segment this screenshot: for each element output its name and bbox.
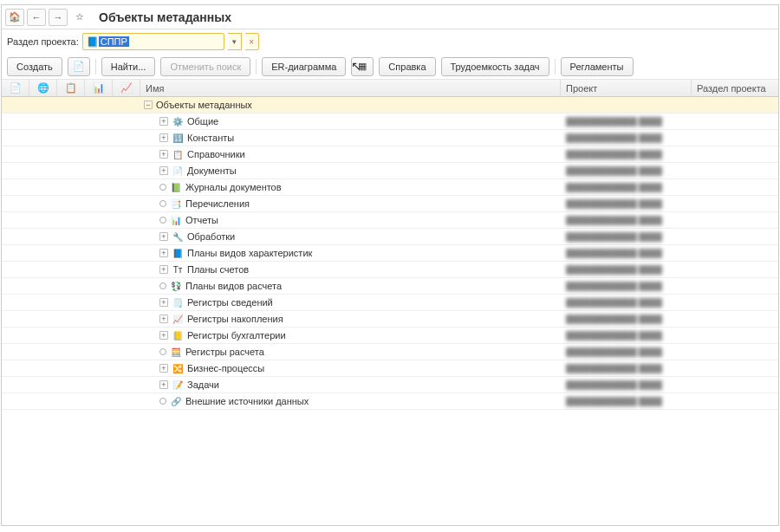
project-value: ████████████ ████ — [566, 133, 662, 143]
col-project[interactable]: Проект — [561, 80, 692, 96]
type-icon: 📗 — [170, 181, 182, 193]
er-diagram-button[interactable]: ER-диаграмма — [262, 57, 346, 76]
help-button[interactable]: Справка — [379, 57, 435, 76]
favorite-icon[interactable]: ☆ — [70, 9, 89, 26]
tree-row[interactable]: 📒Регистры бухгалтерии████████████ ████ — [2, 328, 778, 344]
row-label: Константы — [187, 133, 234, 143]
col-name[interactable]: Имя — [140, 80, 561, 96]
filter-row: Раздел проекта: 📘 СППР ▼ × — [2, 29, 778, 54]
tree-row[interactable]: 🔗Внешние источники данных████████████ ██… — [2, 393, 778, 410]
type-icon: 📑 — [170, 198, 182, 210]
type-icon: 📒 — [172, 329, 184, 341]
page-title: Объекты метаданных — [99, 10, 231, 24]
col-icon-1[interactable]: 📄 — [2, 80, 29, 96]
tree-root-row[interactable]: Объекты метаданных — [2, 97, 778, 114]
col-icon-3[interactable]: 📋 — [57, 80, 85, 96]
tree-row[interactable]: 🗒️Регистры сведений████████████ ████ — [2, 295, 778, 311]
reglaments-button[interactable]: Регламенты — [561, 57, 634, 76]
tree-row[interactable]: 📊Отчеты████████████ ████ — [2, 212, 778, 229]
tree-row[interactable]: 📗Журналы документов████████████ ████ — [2, 179, 778, 196]
copy-button[interactable]: 📄 — [68, 57, 90, 76]
tree-row[interactable]: 💱Планы видов расчета████████████ ████ — [2, 278, 778, 295]
col-icon-2[interactable]: 🌐 — [29, 80, 57, 96]
row-label: Планы счетов — [187, 264, 249, 275]
col-section[interactable]: Раздел проекта — [692, 80, 778, 96]
create-button[interactable]: Создать — [7, 57, 62, 76]
project-value: ████████████ ████ — [566, 117, 662, 127]
toolbar: Создать 📄 Найти... Отменить поиск ER-диа… — [2, 54, 778, 80]
expand-icon[interactable] — [159, 166, 168, 175]
expand-icon[interactable] — [159, 380, 168, 389]
tree-row[interactable]: 📋Справочники████████████ ████ — [2, 146, 778, 163]
expand-icon[interactable] — [159, 265, 168, 274]
type-icon: 🔗 — [170, 395, 182, 407]
project-value: ████████████ ████ — [566, 216, 662, 225]
labor-button[interactable]: Трудоемкость задач — [441, 57, 549, 76]
root-label: Объекты метаданных — [156, 100, 252, 110]
row-label: Обработки — [187, 231, 235, 242]
expand-icon[interactable] — [159, 200, 166, 207]
home-button[interactable]: 🏠 — [5, 9, 24, 26]
filter-label: Раздел проекта: — [7, 36, 79, 47]
tree-row[interactable]: ⚙️Общие████████████ ████ — [2, 114, 778, 130]
row-label: Планы видов расчета — [185, 281, 282, 291]
type-icon: 📄 — [172, 165, 184, 177]
expand-icon[interactable] — [159, 282, 166, 289]
row-label: Справочники — [187, 149, 245, 159]
expand-icon[interactable] — [159, 150, 168, 159]
expand-icon[interactable] — [159, 298, 168, 307]
row-label: Регистры накопления — [187, 314, 283, 324]
type-icon: ⚙️ — [172, 115, 184, 127]
forward-button[interactable]: → — [49, 9, 68, 26]
project-value: ████████████ ████ — [566, 315, 662, 324]
project-value: ████████████ ████ — [566, 347, 662, 357]
row-label: Перечисления — [185, 198, 250, 209]
tree-row[interactable]: 🔢Константы████████████ ████ — [2, 130, 778, 146]
col-icon-5[interactable]: 📈 — [113, 80, 140, 96]
tree-row[interactable]: 📝Задачи████████████ ████ — [2, 377, 778, 393]
expand-icon[interactable] — [159, 331, 168, 340]
clear-filter-button[interactable]: × — [245, 33, 259, 50]
project-section-input[interactable]: 📘 СППР — [82, 33, 224, 50]
find-button[interactable]: Найти... — [101, 57, 156, 76]
row-label: Регистры расчета — [185, 347, 264, 357]
row-label: Документы — [187, 165, 237, 176]
expand-icon[interactable] — [159, 348, 166, 355]
back-button[interactable]: ← — [27, 9, 46, 26]
expand-icon[interactable] — [159, 217, 166, 224]
tree-row[interactable]: ТтПланы счетов████████████ ████ — [2, 262, 778, 278]
type-icon: 📋 — [172, 148, 184, 160]
collapse-icon[interactable] — [144, 101, 153, 109]
type-icon: 📝 — [172, 379, 184, 391]
row-label: Журналы документов — [185, 182, 282, 192]
type-icon: 📘 — [172, 247, 184, 259]
row-label: Внешние источники данных — [185, 396, 309, 406]
tree-row[interactable]: 🧮Регистры расчета████████████ ████ — [2, 344, 778, 360]
project-value: ████████████ ████ — [566, 183, 662, 192]
tree-row[interactable]: 📄Документы████████████ ████ — [2, 163, 778, 179]
type-icon: 🧮 — [170, 346, 182, 358]
col-icon-4[interactable]: 📊 — [85, 80, 113, 96]
project-value: ████████████ ████ — [566, 282, 662, 291]
tree-row[interactable]: 📈Регистры накопления████████████ ████ — [2, 311, 778, 328]
dropdown-icon[interactable]: ▼ — [228, 33, 242, 50]
expand-icon[interactable] — [159, 184, 166, 191]
expand-icon[interactable] — [159, 232, 168, 241]
expand-icon[interactable] — [159, 249, 168, 257]
project-value: ████████████ ████ — [566, 199, 662, 209]
expand-icon[interactable] — [159, 133, 168, 142]
row-label: Задачи — [187, 380, 219, 390]
expand-icon[interactable] — [159, 398, 166, 405]
tree-row[interactable]: 📘Планы видов характеристик████████████ █… — [2, 245, 778, 262]
grid-body[interactable]: Объекты метаданных ⚙️Общие████████████ █… — [2, 97, 778, 525]
grid-header: 📄 🌐 📋 📊 📈 Имя Проект Раздел проекта — [2, 80, 778, 97]
tree-row[interactable]: 📑Перечисления████████████ ████ — [2, 196, 778, 212]
type-icon: 📈 — [172, 313, 184, 325]
tree-row[interactable]: 🔧Обработки████████████ ████ — [2, 229, 778, 245]
expand-icon[interactable] — [159, 117, 168, 126]
tree-row[interactable]: 🔀Бизнес-процессы████████████ ████ — [2, 360, 778, 377]
expand-icon[interactable] — [159, 315, 168, 323]
list-button[interactable]: ▦ — [351, 57, 374, 76]
type-icon: 🔀 — [172, 362, 184, 374]
expand-icon[interactable] — [159, 364, 168, 373]
